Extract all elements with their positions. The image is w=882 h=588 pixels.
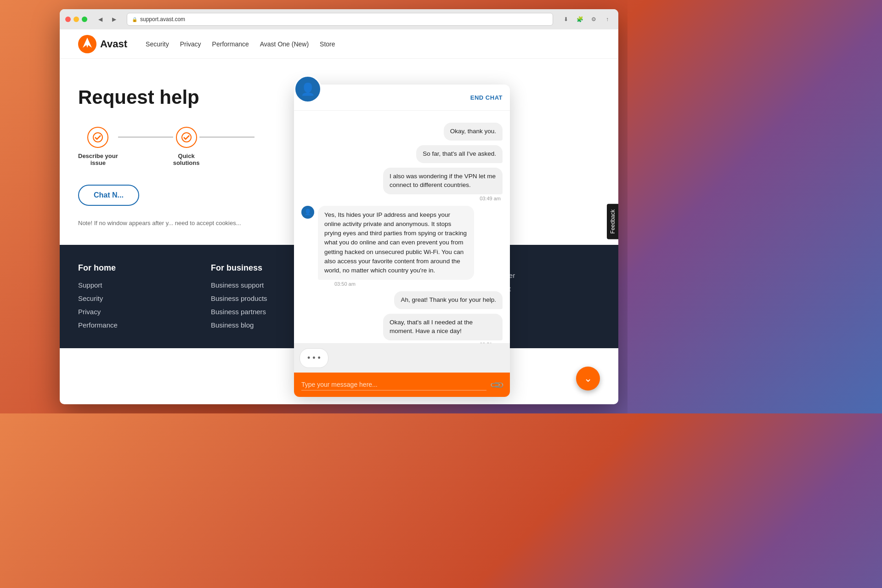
chat-input-bar: 📎 (294, 373, 510, 397)
step-2: Quicksolutions (173, 127, 200, 166)
step-line-2 (199, 136, 254, 138)
svg-point-1 (93, 133, 102, 142)
nav-store[interactable]: Store (320, 40, 335, 48)
msg-user-2: So far, that's all I've asked. (301, 145, 503, 163)
footer-col-home: For home Support Security Privacy Perfor… (78, 263, 202, 334)
check-icon-1 (93, 132, 103, 142)
scroll-down-button[interactable]: ⌄ (576, 367, 600, 390)
nav-security[interactable]: Security (146, 40, 169, 48)
footer-link-support[interactable]: Support (78, 281, 202, 289)
attach-icon[interactable]: 📎 (489, 377, 505, 393)
url-text: support.avast.com (140, 16, 185, 23)
chat-user-avatar: 👤 (294, 75, 322, 103)
nav-privacy[interactable]: Privacy (180, 40, 201, 48)
chat-message-input[interactable] (301, 379, 486, 390)
chat-widget: ⚙ END CHAT Okay, thank you. So far, that… (294, 85, 510, 397)
lock-icon: 🔒 (132, 17, 137, 22)
footer-link-security[interactable]: Security (78, 294, 202, 302)
browser-controls: ◀ ▶ (95, 14, 119, 25)
chat-now-button[interactable]: Chat N... (78, 185, 139, 206)
chevron-down-icon: ⌄ (584, 373, 592, 384)
browser-right-controls: ⬇ 🧩 ⚙ ↑ (560, 14, 613, 25)
logo-text: Avast (100, 38, 127, 50)
bubble-1: Okay, thank you. (444, 123, 503, 141)
end-chat-button[interactable]: END CHAT (470, 94, 503, 101)
download-icon[interactable]: ⬇ (560, 14, 571, 25)
step-2-circle (176, 127, 197, 148)
msg-agent-1: 👤 Yes, Its hides your IP address and kee… (301, 206, 503, 287)
fullscreen-button[interactable] (82, 17, 87, 22)
back-button[interactable]: ◀ (95, 14, 106, 25)
extensions-icon[interactable]: 🧩 (574, 14, 585, 25)
agent-avatar: 👤 (301, 206, 314, 219)
close-button[interactable] (65, 17, 71, 22)
bubble-2: So far, that's all I've asked. (416, 145, 503, 163)
page-content: Avast Security Privacy Performance Avast… (60, 29, 618, 404)
footer-link-performance[interactable]: Performance (78, 321, 202, 329)
user-icon: 👤 (300, 82, 315, 96)
bubble-4: Yes, Its hides your IP address and keeps… (318, 206, 474, 280)
browser-titlebar: ◀ ▶ 🔒 support.avast.com ⬇ 🧩 ⚙ ↑ (60, 9, 618, 29)
msg-user-1: Okay, thank you. (301, 123, 503, 141)
step-2-label: Quicksolutions (173, 153, 200, 166)
bubble-3: I also was wondering if the VPN let me c… (383, 168, 503, 194)
bubble-5: Ah, great! Thank you for your help. (394, 291, 503, 309)
svg-point-2 (182, 133, 191, 142)
step-1-label: Describe yourissue (78, 153, 118, 166)
feedback-tab[interactable]: Feedback (607, 204, 618, 239)
traffic-lights (65, 17, 87, 22)
avast-logo-icon (78, 35, 96, 53)
step-line-1 (118, 136, 173, 138)
logo-area: Avast (78, 35, 127, 53)
msg-user-5: Okay, that's all I needed at the moment.… (301, 314, 503, 343)
nav-links: Security Privacy Performance Avast One (… (146, 40, 335, 48)
bubble-6: Okay, that's all I needed at the moment.… (383, 314, 503, 340)
step-1: Describe yourissue (78, 127, 118, 166)
timestamp-4: 03:50 am (318, 281, 474, 287)
nav-avast-one[interactable]: Avast One (New) (260, 40, 309, 48)
msg-user-3: I also was wondering if the VPN let me c… (301, 168, 503, 201)
nav-performance[interactable]: Performance (212, 40, 249, 48)
minimize-button[interactable] (74, 17, 79, 22)
chat-typing-area: • • • (294, 343, 510, 373)
browser-window: ◀ ▶ 🔒 support.avast.com ⬇ 🧩 ⚙ ↑ Avast (60, 9, 618, 404)
share-icon[interactable]: ↑ (602, 14, 613, 25)
msg-user-4: Ah, great! Thank you for your help. (301, 291, 503, 309)
check-icon-2 (181, 132, 192, 142)
chat-messages: Okay, thank you. So far, that's all I've… (294, 111, 510, 343)
typing-dots-button[interactable]: • • • (300, 348, 328, 368)
footer-col-home-title: For home (78, 263, 202, 273)
footer-link-privacy[interactable]: Privacy (78, 308, 202, 316)
address-bar[interactable]: 🔒 support.avast.com (127, 13, 553, 26)
agent-icon: 👤 (304, 209, 311, 215)
step-1-circle (87, 127, 108, 148)
chat-header: ⚙ END CHAT (294, 85, 510, 111)
settings-icon[interactable]: ⚙ (588, 14, 599, 25)
site-header: Avast Security Privacy Performance Avast… (60, 29, 618, 59)
timestamp-3: 03:49 am (383, 196, 503, 201)
forward-button[interactable]: ▶ (108, 14, 119, 25)
